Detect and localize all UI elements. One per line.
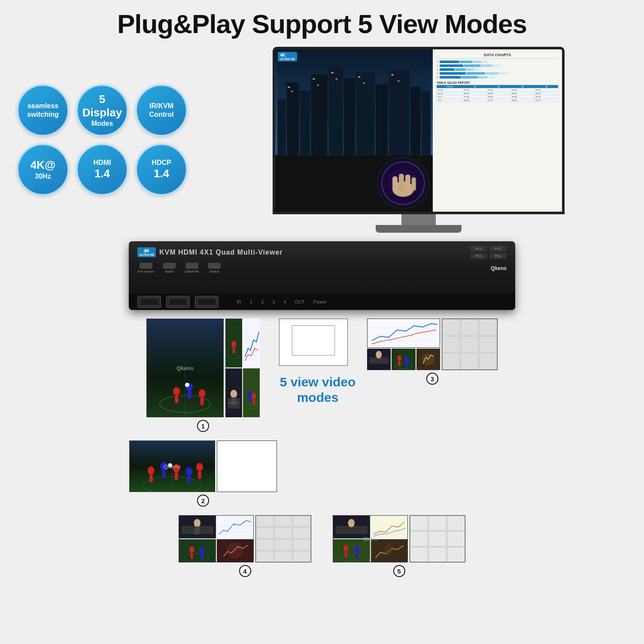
chart-bars: 1 2 [436, 61, 559, 79]
screen-right: DATA CHARTS 1 [433, 49, 562, 212]
view-modes-label: 5 view video modes [279, 374, 356, 405]
kvm-pc4-btn[interactable]: PC4 [489, 253, 507, 259]
kvm-resolution-btn[interactable]: 1080P/4K [184, 263, 199, 273]
svg-point-80 [173, 464, 180, 473]
svg-rect-21 [398, 80, 400, 82]
svg-rect-50 [231, 397, 237, 406]
kvm-fullscreen-btn[interactable]: Full screen [137, 263, 154, 273]
badge-4k-30hz: 4K@ 30Hz [17, 144, 69, 195]
svg-rect-68 [398, 361, 401, 366]
mode4-right-grid [255, 515, 311, 562]
mode-3-number: 3 [426, 373, 438, 385]
svg-point-54 [247, 391, 252, 397]
badge-hdmi: HDMI 1.4 [76, 144, 128, 195]
svg-rect-8 [376, 85, 388, 155]
mode1-cell-2 [243, 319, 260, 368]
mini-table: Product Q1 Q2 Q3 Q4 [436, 85, 559, 102]
svg-point-101 [226, 542, 243, 559]
svg-rect-45 [233, 347, 235, 353]
svg-point-84 [196, 463, 203, 471]
chart-row-5: 5 [436, 76, 559, 79]
svg-rect-29 [412, 177, 416, 191]
svg-point-44 [231, 341, 237, 348]
svg-point-56 [252, 393, 256, 399]
kvm-pc1-btn[interactable]: PC1 [470, 246, 487, 252]
kvm-brand: Qkens [491, 265, 507, 271]
mode5-right-grid [410, 515, 465, 562]
mode3-cell-2 [392, 349, 415, 370]
svg-rect-70 [405, 362, 408, 368]
chart-row-1: 1 [436, 61, 559, 63]
svg-rect-13 [291, 91, 293, 92]
feature-row-1: seamless switching 5 Display Modes IR/KV… [17, 85, 197, 136]
mode1-grid [225, 319, 260, 417]
svg-rect-51 [229, 402, 239, 404]
mode-5-wrapper: Qkens 5 [333, 515, 465, 577]
monitor-screen: 4K ULTRA HD [275, 49, 562, 212]
mode-1-number: 1 [197, 420, 209, 432]
svg-rect-4 [311, 74, 328, 155]
mode1-cell-4 [243, 368, 260, 417]
svg-rect-3 [300, 91, 310, 155]
svg-rect-12 [288, 87, 290, 88]
mode4-cell-1 [179, 516, 216, 538]
chart-row-4: 4 [436, 72, 559, 75]
kvm-logo-area: 4K ULTRA HD KVM HDMI 4X1 Quad Multi-View… [137, 247, 283, 258]
svg-point-110 [355, 546, 360, 553]
svg-rect-27 [399, 173, 404, 191]
city-svg [275, 49, 433, 155]
svg-point-108 [343, 545, 349, 551]
monitor-4k-badge: 4K ULTRA HD [278, 52, 297, 61]
mode-4-wrapper: 4 [179, 515, 311, 577]
kvm-4k-badge: 4K ULTRA HD [137, 247, 156, 258]
svg-rect-2 [287, 82, 299, 155]
mode1-main: Qkens [146, 319, 224, 417]
city-scene [275, 49, 433, 155]
mode3-cell-3 [416, 349, 440, 370]
badge-hdcp: HDCP 1.4 [136, 144, 187, 195]
kvm-port-labels: IR 1 2 3 4 OUT Power [237, 299, 327, 304]
svg-point-67 [397, 355, 401, 361]
mode3-bottom-cells [367, 349, 440, 370]
mode-2-number: 2 [197, 495, 209, 507]
usb-port-1 [137, 296, 161, 308]
svg-point-76 [148, 466, 155, 475]
kvm-device: 4K ULTRA HD KVM HDMI 4X1 Quad Multi-View… [129, 241, 515, 310]
kvm-top: 4K ULTRA HD KVM HDMI 4X1 Quad Multi-View… [129, 241, 515, 261]
svg-rect-14 [313, 78, 315, 79]
mode4-cell-3 [179, 539, 216, 562]
svg-rect-1 [277, 99, 286, 155]
mode4-main [179, 515, 254, 562]
svg-point-113 [384, 545, 394, 555]
mode1-cell-1 [225, 319, 242, 368]
kvm-pc-buttons: PC1 PC2 PC3 PC4 [470, 246, 507, 259]
kvm-pc2-btn[interactable]: PC2 [489, 246, 507, 252]
mode1-svg [147, 319, 223, 417]
gaming-svg [275, 155, 433, 212]
kvm-pc3-btn[interactable]: PC3 [470, 253, 487, 259]
svg-rect-91 [217, 516, 253, 538]
svg-rect-103 [336, 526, 368, 534]
table-row: Item A $1,125 $2,375 $3,125 $2,275 [437, 88, 559, 92]
svg-rect-19 [363, 82, 365, 84]
kvm-audio-btn[interactable]: Audio [163, 263, 176, 273]
svg-rect-40 [200, 398, 204, 405]
svg-rect-28 [405, 174, 410, 191]
mode3-left [367, 319, 440, 370]
svg-rect-15 [317, 85, 319, 86]
svg-rect-105 [371, 516, 407, 538]
stand-neck [401, 214, 436, 225]
table-row: Item B $2,200 $1,800 $2,600 $3,100 [437, 92, 559, 95]
svg-point-35 [173, 387, 180, 396]
mode3-cell-1 [367, 349, 391, 370]
svg-rect-109 [345, 552, 347, 557]
kvm-switch-btn[interactable]: Switch [208, 263, 221, 273]
svg-point-82 [185, 467, 192, 476]
svg-rect-83 [187, 476, 191, 483]
mode2-main: Qkens [129, 440, 215, 492]
chart-row-3: 3 [436, 68, 559, 71]
svg-rect-26 [392, 176, 398, 191]
mode5-cell-4 [371, 539, 408, 562]
view-modes-label-area: 5 view video modes [270, 319, 356, 405]
svg-rect-58 [368, 319, 440, 347]
